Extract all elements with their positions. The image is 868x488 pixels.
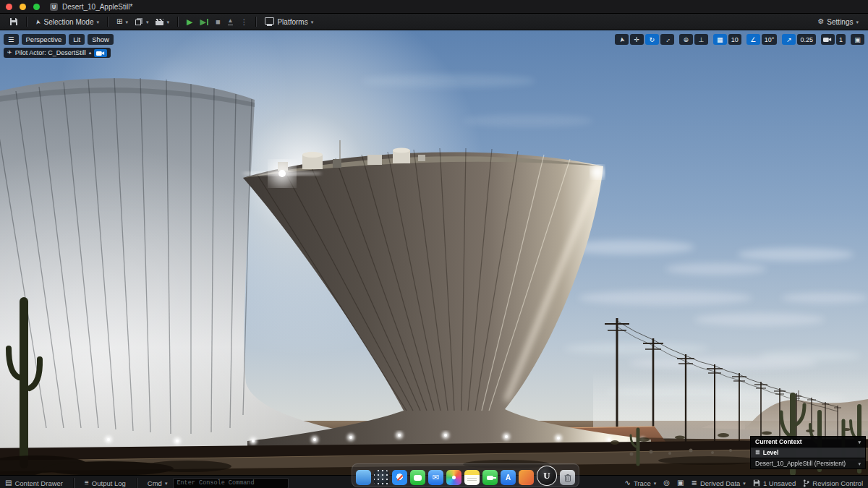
view-mode-dropdown[interactable]: Lit: [69, 34, 85, 45]
dock-photos-icon[interactable]: [446, 470, 461, 485]
scale-snap-value[interactable]: 0.25: [797, 34, 816, 45]
save-button[interactable]: [6, 16, 22, 27]
screenshot-button[interactable]: ▣: [677, 479, 684, 487]
select-tool-button[interactable]: ➤: [615, 34, 629, 45]
viewport-scene[interactable]: [0, 30, 868, 475]
maximize-viewport-button[interactable]: ▣: [851, 34, 864, 45]
world-coordinate-button[interactable]: ⊕: [679, 34, 693, 45]
camera-icon: [96, 50, 105, 56]
add-cube-icon: ⊞: [116, 18, 122, 25]
content-drawer-button[interactable]: ▤ Content Drawer: [5, 479, 63, 487]
dock-facetime-icon[interactable]: [482, 470, 498, 485]
viewport-toolbar-right: ➤ ✛ ↻ ↔ ⊕ ⊥ ▦ 10 ∠ 10° ↗ 0.25: [615, 34, 864, 45]
angle-icon: ∠: [750, 36, 756, 43]
add-actor-button[interactable]: ⊞ ▾: [113, 17, 132, 27]
dock-unreal-editor-icon[interactable]: U: [537, 466, 557, 486]
unsaved-button[interactable]: 1 Unsaved: [753, 479, 796, 487]
target-button[interactable]: ◎: [663, 479, 670, 487]
globe-icon: ⊕: [684, 36, 689, 43]
save-icon: [9, 17, 18, 26]
play-options-button[interactable]: ⋮: [237, 17, 251, 27]
zoom-window-button[interactable]: [33, 4, 40, 10]
move-tool-button[interactable]: ✛: [630, 34, 644, 45]
scale-snap-toggle[interactable]: ↗: [782, 34, 796, 45]
close-window-button[interactable]: [6, 4, 12, 10]
gear-icon: ⚙: [817, 18, 824, 25]
viewport-options-button[interactable]: ☰: [4, 34, 19, 45]
select-icon: ➤: [618, 36, 626, 43]
cmd-label: Cmd: [148, 479, 162, 487]
trace-icon: ∿: [624, 479, 630, 487]
minimize-window-button[interactable]: [20, 4, 26, 10]
grid-snap-toggle[interactable]: ▦: [713, 34, 727, 45]
perspective-label: Perspective: [26, 35, 62, 43]
camera-speed-button[interactable]: [821, 34, 835, 45]
current-context-header[interactable]: Current Context ▾: [751, 437, 865, 447]
maximize-icon: ▣: [854, 36, 861, 43]
trash-icon: [564, 474, 571, 482]
level-icon: ≣: [755, 450, 760, 455]
cmd-dropdown[interactable]: Cmd ▾: [148, 479, 168, 487]
grid-icon: ▦: [717, 36, 723, 43]
current-context-panel: Current Context ▾ ≣ Level Desert_10_Appl…: [750, 436, 866, 469]
window-title: Desert_10_AppleStill*: [62, 3, 132, 11]
rotate-tool-button[interactable]: ↻: [645, 34, 659, 45]
launch-platforms-button[interactable]: ▲: [224, 17, 237, 27]
move-icon: ✛: [634, 36, 640, 43]
eject-pilot-button[interactable]: [94, 49, 107, 57]
pilot-actor-bar[interactable]: ✈ Pilot Actor: C_DesertStill ▴: [4, 48, 111, 58]
frame-icon: ▣: [677, 479, 684, 487]
revision-control-button[interactable]: Revision Control: [803, 479, 863, 487]
cinematics-button[interactable]: ▾: [152, 17, 173, 27]
perspective-dropdown[interactable]: Perspective: [22, 34, 67, 45]
status-bar-right: ∿ Trace ▾ ◎ ▣ ≣ Derived Data ▾ 1 Unsaved: [624, 479, 863, 487]
window-titlebar: U Desert_10_AppleStill*: [0, 0, 868, 14]
cursor-icon: ➤: [35, 19, 42, 25]
play-button[interactable]: ▶: [183, 16, 196, 28]
settings-label: Settings: [827, 18, 853, 26]
dock-app-store-icon[interactable]: A: [501, 470, 516, 485]
surface-snap-icon: ⊥: [698, 36, 704, 43]
blueprint-icon: [135, 20, 141, 25]
console-command-input[interactable]: [173, 478, 289, 488]
rotation-snap-toggle[interactable]: ∠: [746, 34, 760, 45]
camera-speed-value[interactable]: 1: [836, 34, 846, 45]
unsaved-label: 1 Unsaved: [763, 479, 796, 487]
current-context-label: Current Context: [755, 438, 802, 445]
grid-snap-value[interactable]: 10: [728, 34, 741, 45]
blueprints-button[interactable]: ▾: [132, 17, 153, 27]
chevron-down-icon: ▾: [96, 20, 99, 25]
dock-notes-icon[interactable]: [464, 470, 480, 485]
selection-mode-dropdown[interactable]: ➤ Selection Mode ▾: [32, 17, 103, 27]
scale-tool-button[interactable]: ↔: [660, 34, 674, 45]
output-log-button[interactable]: ≡ Output Log: [85, 479, 126, 487]
trace-button[interactable]: ∿ Trace ▾: [624, 479, 656, 487]
dock-finder-icon[interactable]: [356, 470, 371, 485]
surface-snapping-button[interactable]: ⊥: [694, 34, 708, 45]
derived-data-label: Derived Data: [700, 479, 740, 487]
status-divider: [136, 478, 137, 488]
show-dropdown[interactable]: Show: [88, 34, 114, 45]
dock-safari-icon[interactable]: [392, 470, 407, 485]
skip-frame-button[interactable]: ▶: [196, 16, 211, 28]
context-level-dropdown[interactable]: Desert_10_AppleStill (Persistent) ▾: [751, 458, 865, 468]
dock-messages-icon[interactable]: [410, 470, 425, 485]
dock-creative-app-icon[interactable]: [519, 470, 534, 485]
viewport[interactable]: ☰ Perspective Lit Show ➤ ✛ ↻ ↔ ⊕ ⊥ ▦: [0, 30, 868, 475]
platforms-icon: [265, 17, 274, 25]
dock-launchpad-icon[interactable]: [374, 470, 389, 485]
branch-icon: [803, 479, 809, 487]
scale-snap-icon: ↗: [786, 36, 792, 43]
derived-data-icon: ≣: [692, 479, 697, 487]
derived-data-button[interactable]: ≣ Derived Data ▾: [692, 479, 746, 487]
stop-button[interactable]: ■: [212, 16, 224, 27]
pilot-icon: ✈: [7, 50, 12, 56]
settings-dropdown[interactable]: ⚙ Settings ▾: [814, 17, 862, 27]
dock-trash-icon[interactable]: [560, 470, 575, 485]
toolbar-divider: [107, 17, 109, 27]
dock-mail-icon[interactable]: ✉: [428, 470, 443, 485]
viewport-toolbar-left: ☰ Perspective Lit Show: [4, 34, 114, 45]
collapse-icon[interactable]: ▴: [89, 50, 92, 56]
rotation-snap-value[interactable]: 10°: [762, 34, 778, 45]
platforms-dropdown[interactable]: Platforms ▾: [261, 16, 317, 28]
